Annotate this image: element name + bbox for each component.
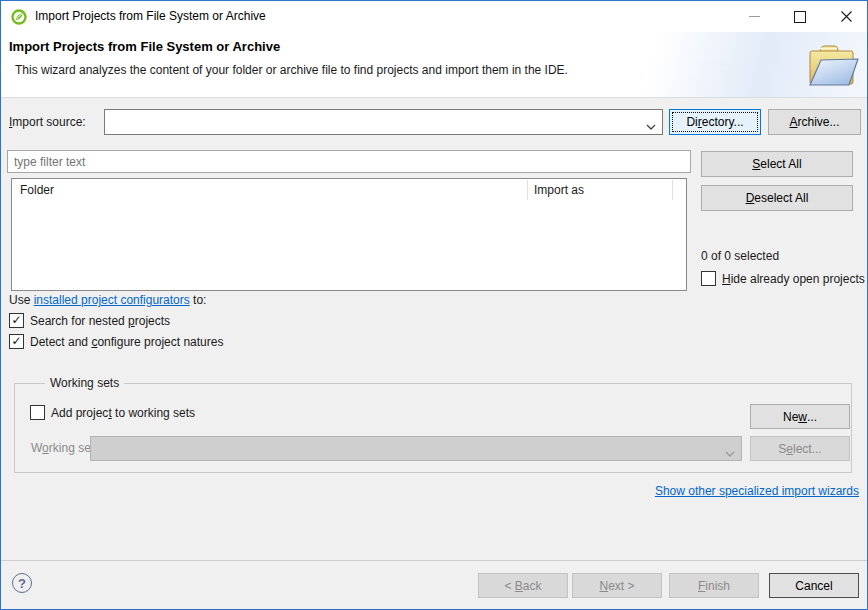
show-other-wizards-link[interactable]: Show other specialized import wizards: [655, 484, 859, 498]
import-source-input[interactable]: [106, 111, 640, 133]
checkbox-checked-icon[interactable]: ✓: [9, 313, 24, 328]
back-button: < Back: [478, 573, 568, 598]
add-to-working-sets-checkbox[interactable]: Add project to working sets: [30, 405, 195, 420]
page-description: This wizard analyzes the content of your…: [15, 63, 568, 77]
checkbox-checked-icon[interactable]: ✓: [9, 334, 24, 349]
chevron-down-icon[interactable]: [646, 119, 656, 133]
select-working-set-button: Select...: [750, 436, 850, 461]
column-header-import-as[interactable]: Import as: [534, 179, 584, 201]
checkbox-label: Search for nested projects: [30, 314, 170, 328]
open-folder-icon: [803, 38, 861, 90]
next-button: Next >: [572, 573, 662, 598]
cancel-button[interactable]: Cancel: [769, 573, 859, 598]
checkbox-icon[interactable]: [701, 271, 716, 286]
archive-button[interactable]: Archive...: [768, 109, 861, 135]
detect-natures-checkbox[interactable]: ✓ Detect and configure project natures: [9, 334, 223, 349]
checkbox-label: Add project to working sets: [51, 406, 195, 420]
select-all-button[interactable]: Select All: [701, 151, 853, 177]
import-wizard-dialog: Import Projects from File System or Arch…: [0, 0, 868, 610]
help-button[interactable]: ?: [12, 573, 32, 593]
window-title: Import Projects from File System or Arch…: [35, 1, 266, 32]
close-icon: [841, 11, 852, 22]
titlebar[interactable]: Import Projects from File System or Arch…: [1, 1, 867, 32]
table-header-row: Folder Import as: [12, 179, 686, 201]
column-header-folder[interactable]: Folder: [20, 179, 54, 201]
minimize-icon: [749, 16, 760, 17]
page-title: Import Projects from File System or Arch…: [9, 39, 280, 54]
import-source-combobox[interactable]: [104, 109, 663, 135]
question-mark-icon: ?: [18, 576, 26, 591]
installed-configurators-link[interactable]: installed project configurators: [34, 293, 190, 307]
deselect-all-button[interactable]: Deselect All: [701, 185, 853, 211]
hide-open-projects-checkbox[interactable]: Hide already open projects: [701, 271, 865, 286]
column-divider[interactable]: [527, 180, 528, 200]
wizard-header: Import Projects from File System or Arch…: [1, 32, 867, 98]
button-bar: ? < Back Next > Finish Cancel: [1, 560, 867, 609]
new-working-set-button[interactable]: New...: [750, 404, 850, 429]
configurators-line: Use installed project configurators to:: [9, 293, 206, 307]
checkbox-label: Detect and configure project natures: [30, 335, 223, 349]
working-sets-combobox: [90, 436, 742, 461]
maximize-icon: [794, 11, 806, 23]
checkbox-label: Hide already open projects: [722, 272, 865, 286]
chevron-down-icon: [725, 446, 735, 460]
finish-button: Finish: [669, 573, 759, 598]
selection-status: 0 of 0 selected: [701, 249, 779, 263]
checkbox-icon[interactable]: [30, 405, 45, 420]
directory-button[interactable]: Directory...: [669, 109, 761, 135]
minimize-button[interactable]: [739, 1, 769, 32]
working-sets-group: Working sets Add project to working sets…: [14, 383, 852, 473]
group-legend: Working sets: [45, 376, 124, 390]
search-nested-checkbox[interactable]: ✓ Search for nested projects: [9, 313, 170, 328]
projects-table[interactable]: Folder Import as: [11, 178, 687, 291]
maximize-button[interactable]: [785, 1, 815, 32]
spring-leaf-icon: [11, 9, 27, 25]
close-button[interactable]: [831, 1, 861, 32]
import-source-label: Import source:: [9, 109, 86, 135]
column-divider[interactable]: [672, 180, 673, 200]
filter-input[interactable]: [7, 150, 691, 173]
